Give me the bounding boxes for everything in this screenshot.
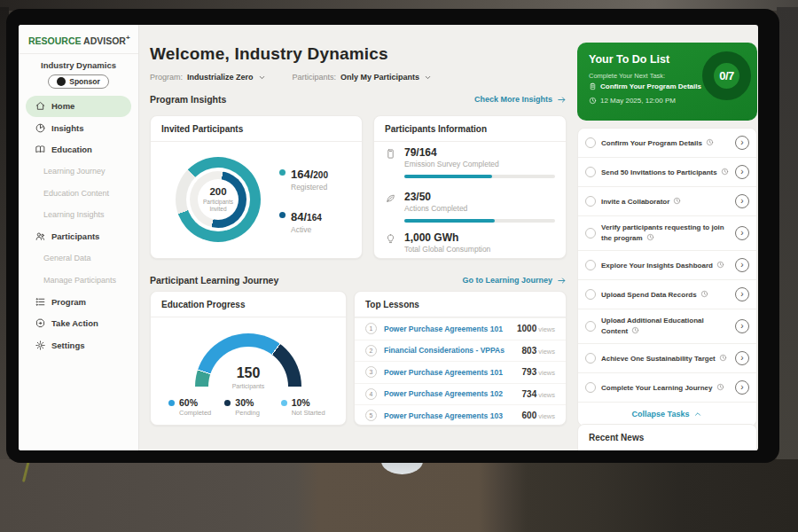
sidebar-item-take-action[interactable]: Take Action xyxy=(26,313,131,335)
sidebar-item-education[interactable]: Education xyxy=(26,139,131,161)
task-checkbox[interactable] xyxy=(585,137,596,148)
task-item[interactable]: Achieve One Sustainability Target › xyxy=(578,343,756,372)
top-lessons-card: Top Lessons 1 Power Purchase Agreements … xyxy=(354,291,567,426)
task-checkbox[interactable] xyxy=(585,196,596,207)
page-title: Welcome, Industry Dynamics xyxy=(150,44,388,64)
task-checkbox[interactable] xyxy=(585,260,596,270)
sidebar-item-learning-insights[interactable]: Learning Insights xyxy=(26,204,131,226)
clock-icon xyxy=(716,261,724,269)
lesson-rank: 1 xyxy=(365,323,377,334)
lesson-rank: 3 xyxy=(365,366,377,378)
leaf-icon xyxy=(385,192,396,203)
task-checkbox[interactable] xyxy=(585,353,596,364)
lesson-link[interactable]: Power Purchase Agreements 101 xyxy=(384,368,515,377)
task-open-button[interactable]: › xyxy=(735,351,749,365)
arrow-right-icon xyxy=(557,95,567,105)
task-item[interactable]: Upload Additional Educational Content › xyxy=(578,309,756,343)
task-open-button[interactable]: › xyxy=(735,319,749,333)
task-item[interactable]: Explore Your Insights Dashboard › xyxy=(578,250,756,279)
task-open-button[interactable]: › xyxy=(735,226,749,240)
logo-text-primary: RESOURCE xyxy=(28,35,82,46)
task-checkbox[interactable] xyxy=(585,321,596,332)
clock-icon xyxy=(700,290,708,298)
legend-not-started: 10% Not Started xyxy=(281,397,337,417)
task-item[interactable]: Complete Your Learning Journey › xyxy=(578,372,756,402)
lesson-link[interactable]: Financial Considerations - VPPAs xyxy=(384,346,515,355)
gauge-center-label: Participants xyxy=(151,383,346,389)
clock-icon xyxy=(716,383,724,391)
legend-completed: 60% Completed xyxy=(168,397,224,417)
recent-news-card: Recent News xyxy=(577,424,757,450)
legend-active: 84/164 Active xyxy=(279,208,328,234)
gauge-center-value: 150 xyxy=(151,366,346,380)
lesson-row: 2 Financial Considerations - VPPAs 803vi… xyxy=(355,340,566,362)
lesson-row: 1 Power Purchase Agreements 101 1000view… xyxy=(355,317,566,340)
program-filter[interactable]: Program: Industrialize Zero xyxy=(150,73,266,82)
lesson-rank: 4 xyxy=(365,388,377,400)
sponsor-icon xyxy=(57,77,66,86)
bulb-icon xyxy=(385,232,396,244)
lesson-rank: 5 xyxy=(365,410,377,421)
program-icon xyxy=(35,296,46,308)
sidebar-item-participants[interactable]: Participants xyxy=(26,226,131,248)
sidebar: RESOURCE ADVISOR+ Industry Dynamics Spon… xyxy=(19,25,139,450)
task-open-button[interactable]: › xyxy=(735,165,749,179)
sidebar-item-settings[interactable]: Settings xyxy=(26,334,131,356)
sidebar-item-general-data[interactable]: General Data xyxy=(26,247,131,270)
task-checkbox[interactable] xyxy=(585,167,596,177)
chevron-up-icon xyxy=(693,410,702,419)
lesson-row: 3 Power Purchase Agreements 101 793views xyxy=(355,361,566,383)
clock-icon xyxy=(719,354,727,362)
stat-emission-survey: 79/164 Emission Survey Completed xyxy=(374,146,567,178)
sidebar-item-home[interactable]: Home xyxy=(26,96,131,118)
task-checkbox[interactable] xyxy=(585,228,596,239)
lesson-link[interactable]: Power Purchase Agreements 103 xyxy=(384,411,515,420)
participants-icon xyxy=(35,231,46,242)
donut-center-label: Participants Invited xyxy=(198,199,239,213)
education-icon xyxy=(35,144,46,155)
todo-progress-ring: 0/7 xyxy=(702,51,751,100)
lesson-link[interactable]: Power Purchase Agreements 102 xyxy=(384,389,515,398)
task-open-button[interactable]: › xyxy=(735,287,749,301)
task-open-button[interactable]: › xyxy=(735,380,749,395)
task-item[interactable]: Invite a Collaborator › xyxy=(578,186,756,215)
go-to-learning-journey-link[interactable]: Go to Learning Journey xyxy=(462,276,567,286)
todo-due-date: 12 May 2025, 12:00 PM xyxy=(589,97,676,105)
todo-task-list: Confirm Your Program Details › Send 50 I… xyxy=(577,128,757,426)
task-item[interactable]: Upload Spend Data Records › xyxy=(578,279,756,309)
progress-bar xyxy=(404,219,555,223)
task-open-button[interactable]: › xyxy=(735,194,749,208)
gauge-center: 150 Participants xyxy=(151,366,346,389)
legend-dot xyxy=(279,212,286,218)
collapse-tasks-link[interactable]: Collapse Tasks xyxy=(578,402,756,426)
legend-dot xyxy=(168,400,175,406)
participants-filter[interactable]: Participants: Only My Participants xyxy=(293,73,433,82)
sponsor-badge[interactable]: Sponsor xyxy=(48,74,108,89)
task-item[interactable]: Send 50 Invitations to Participants › xyxy=(578,157,756,186)
task-open-button[interactable]: › xyxy=(735,136,749,150)
task-item[interactable]: Confirm Your Program Details › xyxy=(578,129,756,157)
sidebar-item-manage-participants[interactable]: Manage Participants xyxy=(26,270,131,292)
insights-icon xyxy=(35,122,46,134)
learning-journey-header: Participant Learning Journey Go to Learn… xyxy=(150,275,567,286)
legend-dot xyxy=(281,400,287,406)
clock-icon xyxy=(706,138,714,146)
sidebar-item-learning-journey[interactable]: Learning Journey xyxy=(26,160,131,183)
task-checkbox[interactable] xyxy=(585,289,596,300)
clock-icon xyxy=(673,197,681,205)
legend-pending: 30% Pending xyxy=(224,397,280,417)
check-more-insights-link[interactable]: Check More Insights xyxy=(474,95,567,105)
clock-icon xyxy=(631,326,639,334)
stat-total-consumption: 1,000 GWh Total Global Consumption xyxy=(374,231,567,254)
task-checkbox[interactable] xyxy=(585,382,596,393)
lesson-link[interactable]: Power Purchase Agreements 101 xyxy=(384,325,510,333)
clock-icon xyxy=(721,168,729,176)
clock-icon xyxy=(589,97,597,105)
task-open-button[interactable]: › xyxy=(735,258,749,272)
sidebar-item-insights[interactable]: Insights xyxy=(26,117,131,139)
education-progress-card: Education Progress 150 Participants 60% … xyxy=(150,291,347,426)
lesson-rank: 2 xyxy=(365,345,377,356)
sidebar-item-program[interactable]: Program xyxy=(26,291,131,313)
task-item[interactable]: Verify participants requesting to join t… xyxy=(578,215,756,250)
sidebar-item-education-content[interactable]: Education Content xyxy=(26,183,131,205)
